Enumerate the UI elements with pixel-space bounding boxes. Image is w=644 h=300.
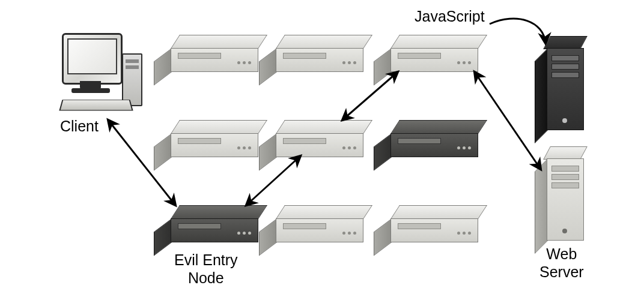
diagram-stage: Client xyxy=(0,0,644,300)
connection-arrows xyxy=(0,0,644,300)
arrow-middle-exit xyxy=(342,72,398,120)
arrow-evil-middle xyxy=(246,156,300,205)
arrow-exit-webserver xyxy=(475,72,541,169)
arrow-client-evil xyxy=(108,120,175,205)
arrow-javascript-inject xyxy=(490,19,545,43)
